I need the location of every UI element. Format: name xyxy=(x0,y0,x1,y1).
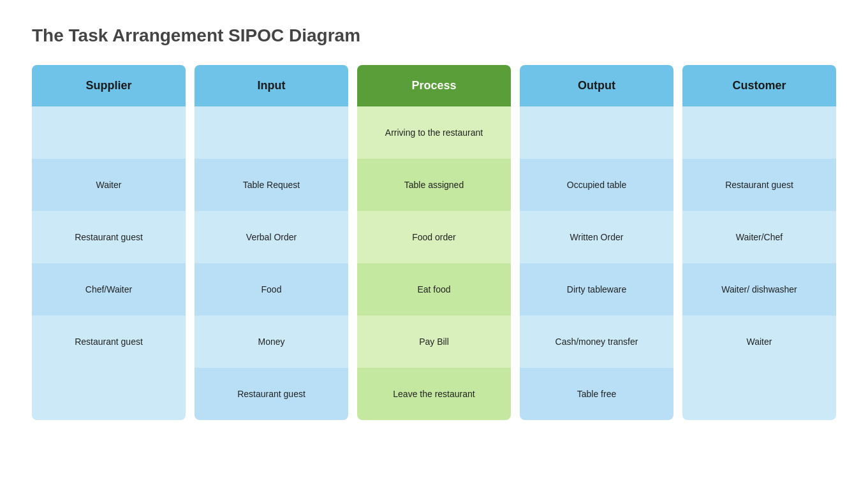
input-cell-4: Money xyxy=(195,316,348,368)
output-cell-2: Written Order xyxy=(520,211,673,263)
customer-cell-0 xyxy=(682,106,836,159)
supplier-cell-5 xyxy=(32,368,186,420)
customer-cell-4: Waiter xyxy=(682,316,836,368)
process-cell-3: Eat food xyxy=(357,263,511,316)
supplier-cell-0 xyxy=(32,106,186,159)
column-output: OutputOccupied tableWritten OrderDirty t… xyxy=(520,65,673,420)
process-cell-2: Food order xyxy=(357,211,511,263)
customer-cell-3: Waiter/ dishwasher xyxy=(682,263,836,316)
customer-cell-5 xyxy=(682,368,836,420)
supplier-header: Supplier xyxy=(32,65,186,106)
supplier-cell-4: Restaurant guest xyxy=(32,316,186,368)
column-input: InputTable RequestVerbal OrderFoodMoneyR… xyxy=(195,65,348,420)
input-cell-1: Table Request xyxy=(195,159,348,211)
output-cell-4: Cash/money transfer xyxy=(520,316,673,368)
input-cell-0 xyxy=(195,106,348,159)
column-process: ProcessArriving to the restaurantTable a… xyxy=(357,65,511,420)
input-header: Input xyxy=(195,65,348,106)
customer-cell-1: Restaurant guest xyxy=(682,159,836,211)
process-cell-4: Pay Bill xyxy=(357,316,511,368)
process-cell-1: Table assigned xyxy=(357,159,511,211)
output-cell-1: Occupied table xyxy=(520,159,673,211)
column-customer: CustomerRestaurant guestWaiter/ChefWaite… xyxy=(682,65,836,420)
customer-cell-2: Waiter/Chef xyxy=(682,211,836,263)
process-cell-0: Arriving to the restaurant xyxy=(357,106,511,159)
input-cell-5: Restaurant guest xyxy=(195,368,348,420)
supplier-cell-1: Waiter xyxy=(32,159,186,211)
process-header: Process xyxy=(357,65,511,106)
supplier-cell-3: Chef/Waiter xyxy=(32,263,186,316)
input-cell-2: Verbal Order xyxy=(195,211,348,263)
supplier-cell-2: Restaurant guest xyxy=(32,211,186,263)
output-cell-3: Dirty tableware xyxy=(520,263,673,316)
input-cell-3: Food xyxy=(195,263,348,316)
process-cell-5: Leave the restaurant xyxy=(357,368,511,420)
sipoc-diagram: SupplierWaiterRestaurant guestChef/Waite… xyxy=(32,65,836,420)
output-header: Output xyxy=(520,65,673,106)
page-title: The Task Arrangement SIPOC Diagram xyxy=(32,25,836,46)
output-cell-0 xyxy=(520,106,673,159)
customer-header: Customer xyxy=(682,65,836,106)
column-supplier: SupplierWaiterRestaurant guestChef/Waite… xyxy=(32,65,186,420)
output-cell-5: Table free xyxy=(520,368,673,420)
